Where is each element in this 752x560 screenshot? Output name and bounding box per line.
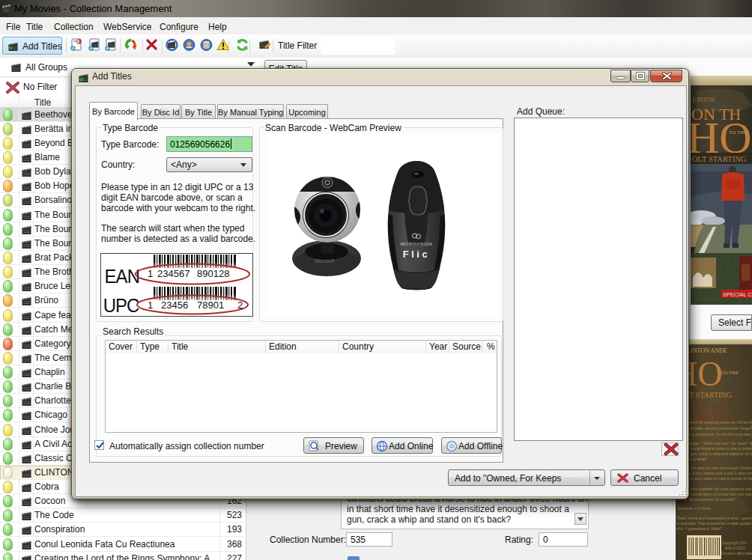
svg-text:1: 1 [148, 299, 153, 311]
svg-text:LINTON: LINTON [693, 97, 715, 103]
svg-text:Copyright 200: Copyright 200 [722, 541, 746, 545]
svg-text:of lasting excitement, for the: of lasting excitement, for the first tim… [679, 432, 752, 436]
svg-text:SPECIAL CL: SPECIAL CL [723, 291, 752, 298]
svg-text:EAN: EAN [105, 265, 139, 287]
svg-text:Flic: Flic [403, 249, 430, 260]
svg-text:on based for exacting action a: on based for exacting action as Clinton … [682, 420, 752, 424]
svg-text:800-4-2531: 800-4-2531 [725, 546, 745, 550]
svg-text:890128: 890128 [197, 268, 229, 279]
svg-text:OLT STARTING: OLT STARTING [692, 155, 747, 163]
svg-text:"Feel, timing and experience i: "Feel, timing and experience is what I g… [676, 516, 752, 520]
svg-text:TO THE: TO THE [729, 130, 747, 136]
svg-text:TO THE: TO THE [721, 370, 739, 376]
svg-text:CLINTON ANDE: CLINTON ANDE [683, 347, 727, 354]
svg-text:Runtime: 1.5 hours: Runtime: 1.5 hours [678, 506, 711, 511]
svg-text:Microsoft: Microsoft [315, 258, 335, 264]
svg-text:1: 1 [148, 268, 153, 279]
svg-text:UPC: UPC [103, 294, 140, 316]
svg-text:about all odds, second consecu: about all odds, second consecutive Road … [679, 426, 752, 430]
svg-text:MICROVISION: MICROVISION [401, 242, 432, 246]
svg-text:of it - I guarantee it, Mate!": of it - I guarantee it, Mate!" [676, 526, 722, 531]
svg-text:23456: 23456 [161, 299, 188, 311]
svg-text:234567: 234567 [157, 268, 189, 279]
svg-text:in Australia. That experience: in Australia. That experience is what gu… [676, 521, 752, 526]
svg-text:78901: 78901 [197, 299, 224, 311]
svg-text:Filmed in Mur'reesbor: Filmed in Mur'reesbor [721, 551, 752, 556]
svg-text:e old adage - "those that can': e old adage - "those that can't do, teac… [679, 441, 752, 445]
